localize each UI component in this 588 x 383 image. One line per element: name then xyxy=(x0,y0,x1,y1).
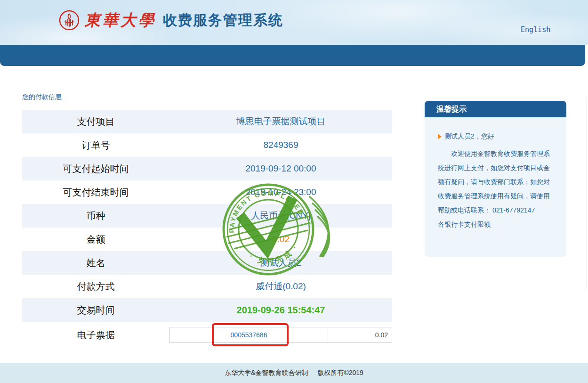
system-title: 收费服务管理系统 xyxy=(163,11,283,30)
row-label: 姓名 xyxy=(22,257,169,269)
row-value: 8249369 xyxy=(169,140,392,150)
table-row: 可支付起始时间 2019-09-12 00:00 xyxy=(22,157,392,180)
row-value: 2019-09-12 00:00 xyxy=(169,163,392,174)
table-row: 订单号 8249369 xyxy=(22,133,392,157)
table-row-eticket: 电子票据 0005537686 0.02 xyxy=(22,322,392,348)
tips-panel: 测试人员2，您好 欢迎使用金智教育收费服务管理系统进行网上支付，如您对支付项目或… xyxy=(425,117,566,257)
row-value: 2019-10-24 23:00 xyxy=(169,187,392,197)
row-label: 订单号 xyxy=(22,139,169,152)
university-seal-icon xyxy=(58,9,80,31)
table-row: 姓名 测试人员2 xyxy=(22,251,392,275)
row-label: 电子票据 xyxy=(22,329,169,342)
arrow-right-icon xyxy=(438,134,442,139)
row-label: 支付项目 xyxy=(22,115,169,128)
row-value-amount: 0.02 xyxy=(169,234,392,244)
page: 東華大學 收费服务管理系统 English 您的付款信息 支付项目 博思电子票据… xyxy=(0,0,588,383)
navbar xyxy=(0,45,585,66)
row-value: 测试人员2 xyxy=(169,257,392,269)
row-label: 付款方式 xyxy=(22,280,169,293)
header: 東華大學 收费服务管理系统 English xyxy=(0,0,588,45)
page-edge-divider xyxy=(587,97,587,290)
greeting-text: 测试人员2，您好 xyxy=(444,132,494,141)
payment-table: 支付项目 博思电子票据测试项目 订单号 8249369 可支付起始时间 2019… xyxy=(22,110,392,348)
row-label: 币种 xyxy=(22,210,169,222)
table-row: 交易时间 2019-09-26 15:54:47 xyxy=(22,298,392,322)
row-value: 博思电子票据测试项目 xyxy=(169,115,392,128)
eticket-amount: 0.02 xyxy=(328,327,392,342)
row-label: 金额 xyxy=(22,233,169,246)
row-value-transaction-time: 2019-09-26 15:54:47 xyxy=(169,305,392,316)
tips-body-text: 欢迎使用金智教育收费服务管理系统进行网上支付，如您对支付项目或金额有疑问，请与收… xyxy=(438,147,555,217)
footer-copyright: 版权所有©2019 xyxy=(317,369,363,376)
row-label: 交易时间 xyxy=(22,304,169,317)
greeting-line: 测试人员2，您好 xyxy=(438,132,555,141)
table-row: 支付项目 博思电子票据测试项目 xyxy=(22,110,392,133)
footer-credit: 东华大学&金智教育联合研制 xyxy=(225,369,308,376)
table-row: 币种 人民币元[CNY] xyxy=(22,204,392,228)
table-row: 可支付结束时间 2019-10-24 23:00 xyxy=(22,180,392,204)
english-link[interactable]: English xyxy=(521,25,550,34)
tips-panel-header: 温馨提示 xyxy=(425,101,566,117)
row-label: 可支付结束时间 xyxy=(22,186,169,199)
row-value: 威付通(0.02) xyxy=(169,280,392,293)
eticket-highlight-box xyxy=(212,323,289,346)
table-row: 金额 0.02 xyxy=(22,228,392,251)
row-value: 人民币元[CNY] xyxy=(169,210,392,222)
table-row: 付款方式 威付通(0.02) xyxy=(22,275,392,298)
logo-row: 東華大學 收费服务管理系统 xyxy=(58,9,283,31)
payment-section-title: 您的付款信息 xyxy=(22,93,62,101)
footer: 东华大学&金智教育联合研制 版权所有©2019 xyxy=(0,363,588,383)
row-label: 可支付起始时间 xyxy=(22,163,169,175)
bank-card-limit-link[interactable]: 各银行卡支付限额 xyxy=(438,220,491,229)
university-name: 東華大學 xyxy=(85,10,156,31)
